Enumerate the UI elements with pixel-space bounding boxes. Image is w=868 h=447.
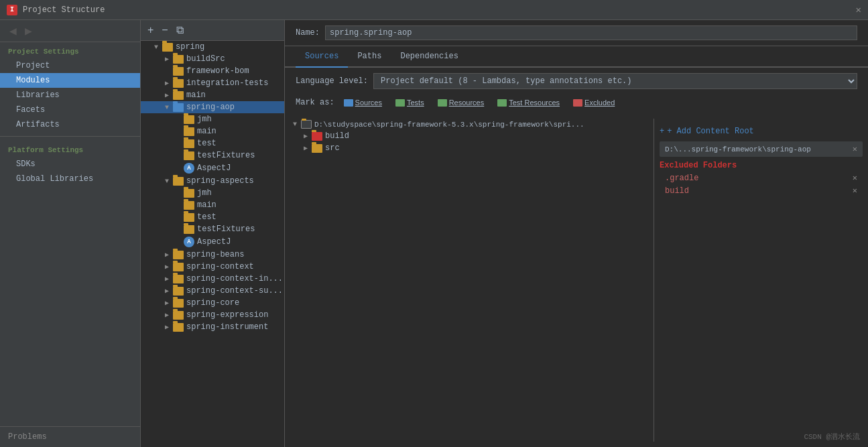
tree-node-label: AspectJ [197,237,231,247]
tree-node-aspects-testfixtures[interactable]: testFixtures [141,223,284,235]
expand-arrow: ▶ [165,79,173,87]
mark-as-tests-button[interactable]: Tests [391,97,428,108]
aspectj-icon: A [184,163,194,174]
tree-node-label: spring-beans [186,250,244,259]
sidebar-item-artifacts[interactable]: Artifacts [0,117,140,132]
sidebar-item-libraries[interactable]: Libraries [0,88,140,103]
build-folder-icon [312,132,322,141]
tree-node-aop-test[interactable]: test [141,137,284,149]
expand-arrow: ▶ [165,323,173,331]
folder-icon [184,115,194,124]
close-button[interactable]: ✕ [856,4,861,15]
content-build-node[interactable]: ▶ build [290,130,648,142]
mark-as-excluded-button[interactable]: Excluded [569,97,619,108]
content-root-node[interactable]: ▼ D:\studyspace\spring-framework-5.3.x\s… [290,119,648,130]
mark-as-sources-label: Sources [355,99,382,107]
sidebar-item-sdks[interactable]: SDKs [0,157,140,172]
tree-node-spring-expression[interactable]: ▶ spring-expression [141,309,284,321]
sidebar-item-project[interactable]: Project [0,58,140,73]
tree-node-spring-aop[interactable]: ▼ spring-aop [141,101,284,113]
sidebar-item-facets[interactable]: Facets [0,103,140,117]
tree-node-spring-context-su[interactable]: ▶ spring-context-su... [141,285,284,297]
tab-dependencies[interactable]: Dependencies [391,46,467,68]
resources-folder-icon [438,99,447,107]
tree-node-spring-instrument[interactable]: ▶ spring-instrument [141,321,284,333]
expand-arrow: ▼ [293,121,301,128]
tree-node-label: spring-aop [186,103,235,112]
tab-label: Dependencies [400,52,458,61]
name-input[interactable] [325,25,857,40]
sidebar-item-label: SDKs [16,159,36,169]
copy-module-button[interactable]: ⧉ [174,23,186,38]
tree-node-aop-testfixtures[interactable]: testFixtures [141,149,284,162]
mark-as-resources-label: Resources [449,99,485,107]
project-settings-label: Project Settings [0,42,140,58]
tree-node-label: main [186,90,206,100]
excluded-item-close-button[interactable]: ✕ [853,186,857,196]
tree-node-aspects-aspectj[interactable]: A AspectJ [141,235,284,249]
content-area: ▼ D:\studyspace\spring-framework-5.3.x\s… [285,113,868,447]
folder-icon [173,177,184,186]
folder-icon [173,67,184,76]
expand-arrow: ▼ [154,44,162,51]
tab-label: Sources [305,52,338,61]
main-layout: ◀ ▶ Project Settings Project Modules Lib… [0,20,868,447]
folder-icon [173,91,184,100]
expand-arrow: ▶ [165,91,173,99]
sidebar-item-label: Modules [16,76,50,85]
mark-as-label: Mark as: [296,98,334,107]
tree-node-aop-jmh[interactable]: jmh [141,113,284,125]
back-button[interactable]: ◀ [7,24,19,38]
tree-node-framework-bom[interactable]: framework-bom [141,65,284,77]
tree-node-aspects-jmh[interactable]: jmh [141,187,284,199]
right-panel: Name: Sources Paths Dependencies Languag… [285,20,868,447]
add-module-button[interactable]: + [145,23,156,38]
tree-node-spring-aspects[interactable]: ▼ spring-aspects [141,175,284,187]
add-content-root-button[interactable]: + + Add Content Root [660,124,863,139]
tab-paths[interactable]: Paths [348,46,391,68]
language-level-select[interactable]: Project default (8 - Lambdas, type annot… [373,73,857,89]
tree-node-label: spring-context-in... [186,274,283,283]
folder-icon [173,263,184,271]
tree-node-integration-tests[interactable]: ▶ integration-tests [141,77,284,89]
expand-arrow: ▼ [165,178,173,185]
tree-node-label: buildSrc [186,54,225,64]
mark-as-resources-button[interactable]: Resources [434,97,489,108]
tree-node-aop-main[interactable]: main [141,125,284,137]
tree-node-label: spring-aspects [186,176,254,186]
tests-folder-icon [395,99,405,107]
tree-node-buildsrc[interactable]: ▶ buildSrc [141,53,284,65]
tree-node-aspects-main[interactable]: main [141,199,284,211]
forward-button[interactable]: ▶ [22,24,35,38]
expand-arrow: ▶ [165,55,173,63]
tree-node-spring-core[interactable]: ▶ spring-core [141,297,284,309]
sidebar-item-global-libraries[interactable]: Global Libraries [0,172,140,186]
expand-arrow: ▶ [165,287,173,295]
app-icon: I [7,5,17,15]
tab-sources[interactable]: Sources [296,46,348,68]
mark-as-sources-button[interactable]: Sources [340,97,386,108]
mark-as-test-resources-button[interactable]: Test Resources [493,97,564,108]
tree-node-spring[interactable]: ▼ spring [141,41,284,53]
content-tree: ▼ D:\studyspace\spring-framework-5.3.x\s… [285,119,654,442]
content-src-node[interactable]: ▶ src [290,142,648,154]
name-row: Name: [285,20,868,46]
tree-node-label: spring-instrument [186,322,268,332]
tree-node-spring-context[interactable]: ▶ spring-context [141,261,284,273]
excluded-item-text: .gradle [665,174,698,183]
tree-node-label: spring-expression [186,310,268,320]
tree-node-aop-aspectj[interactable]: A AspectJ [141,162,284,175]
src-label: src [325,143,340,153]
folder-icon [184,225,194,234]
tree-node-main[interactable]: ▶ main [141,89,284,101]
remove-module-button[interactable]: − [159,23,170,38]
excluded-item-close-button[interactable]: ✕ [853,173,857,183]
expand-arrow: ▶ [304,144,312,152]
add-content-root-label: + Add Content Root [667,127,754,136]
tree-node-aspects-test[interactable]: test [141,211,284,223]
tree-node-spring-context-in[interactable]: ▶ spring-context-in... [141,273,284,285]
tree-node-spring-beans[interactable]: ▶ spring-beans [141,249,284,261]
path-close-button[interactable]: ✕ [853,144,857,154]
sidebar-item-modules[interactable]: Modules [0,73,140,88]
expand-arrow: ▶ [304,132,312,140]
